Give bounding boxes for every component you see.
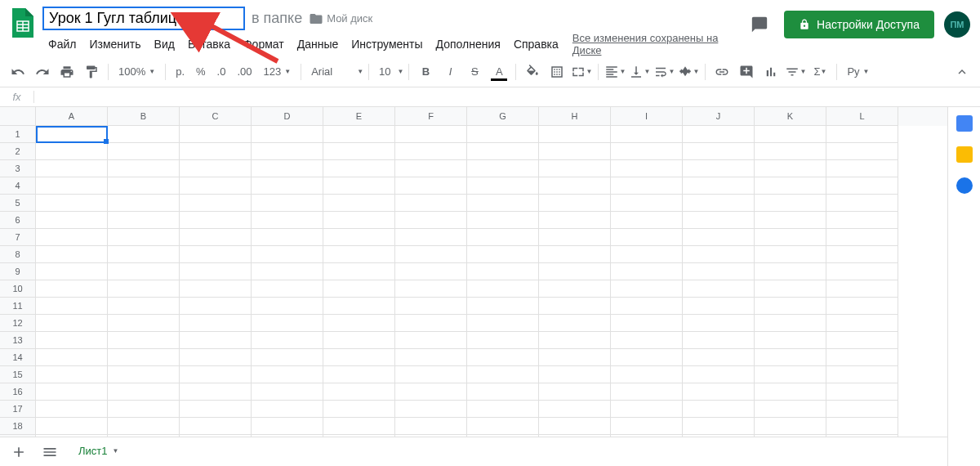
cell[interactable]: [539, 383, 611, 401]
cell[interactable]: [323, 298, 395, 315]
cell[interactable]: [252, 212, 323, 229]
cell[interactable]: [252, 263, 323, 280]
all-sheets-button[interactable]: [38, 440, 62, 464]
column-header[interactable]: K: [755, 107, 826, 126]
cell[interactable]: [611, 418, 683, 435]
column-header[interactable]: E: [323, 107, 395, 126]
cell[interactable]: [683, 332, 755, 349]
valign-button[interactable]: ▼: [628, 61, 651, 83]
italic-button[interactable]: I: [439, 61, 461, 83]
cell[interactable]: [323, 332, 395, 349]
cell[interactable]: [467, 212, 539, 229]
row-header[interactable]: 16: [0, 383, 36, 401]
cell[interactable]: [826, 383, 898, 401]
column-header[interactable]: B: [108, 107, 180, 126]
row-header[interactable]: 6: [0, 212, 36, 229]
cell[interactable]: [755, 246, 826, 263]
cell[interactable]: [252, 401, 323, 418]
cell[interactable]: [36, 195, 108, 212]
halign-button[interactable]: ▼: [604, 61, 626, 83]
cell[interactable]: [180, 229, 252, 246]
cell[interactable]: [755, 315, 826, 332]
merge-button[interactable]: ▼: [570, 61, 593, 83]
cell[interactable]: [755, 177, 826, 195]
cell[interactable]: [395, 229, 467, 246]
cell[interactable]: [826, 126, 898, 143]
share-button[interactable]: Настройки Доступа: [784, 11, 934, 38]
cell[interactable]: [395, 143, 467, 160]
cell[interactable]: [611, 246, 683, 263]
cell[interactable]: [539, 349, 611, 366]
cell[interactable]: [252, 418, 323, 435]
cell[interactable]: [108, 160, 180, 177]
cell[interactable]: [683, 401, 755, 418]
cell[interactable]: [467, 280, 539, 298]
cell[interactable]: [611, 401, 683, 418]
cell[interactable]: [755, 160, 826, 177]
row-header[interactable]: 5: [0, 195, 36, 212]
cell[interactable]: [539, 246, 611, 263]
cell[interactable]: [611, 177, 683, 195]
cell[interactable]: [180, 418, 252, 435]
row-header[interactable]: 4: [0, 177, 36, 195]
cell[interactable]: [826, 246, 898, 263]
cell[interactable]: [252, 280, 323, 298]
cell[interactable]: [108, 280, 180, 298]
menu-edit[interactable]: Изменить: [83, 34, 146, 54]
cell[interactable]: [323, 401, 395, 418]
cell[interactable]: [36, 229, 108, 246]
cell[interactable]: [755, 280, 826, 298]
cell[interactable]: [611, 349, 683, 366]
cell[interactable]: [36, 383, 108, 401]
cell[interactable]: [36, 126, 108, 143]
cell[interactable]: [611, 263, 683, 280]
cell[interactable]: [180, 246, 252, 263]
cell[interactable]: [683, 315, 755, 332]
cell[interactable]: [180, 383, 252, 401]
cell[interactable]: [755, 366, 826, 383]
cell[interactable]: [467, 366, 539, 383]
spreadsheet-grid[interactable]: ABCDEFGHIJKL 123456789101112131415161718…: [0, 107, 947, 466]
cell[interactable]: [108, 366, 180, 383]
cell[interactable]: [36, 366, 108, 383]
cell[interactable]: [539, 401, 611, 418]
cell[interactable]: [683, 229, 755, 246]
menu-addons[interactable]: Дополнения: [430, 34, 506, 54]
cell[interactable]: [180, 298, 252, 315]
cell[interactable]: [252, 160, 323, 177]
cell[interactable]: [683, 195, 755, 212]
cell[interactable]: [611, 366, 683, 383]
cell[interactable]: [826, 280, 898, 298]
row-header[interactable]: 9: [0, 263, 36, 280]
cell[interactable]: [180, 126, 252, 143]
cell[interactable]: [323, 366, 395, 383]
cell[interactable]: [252, 143, 323, 160]
cell[interactable]: [611, 383, 683, 401]
cell[interactable]: [826, 229, 898, 246]
menu-insert[interactable]: Вставка: [182, 34, 236, 54]
cell[interactable]: [539, 160, 611, 177]
cell[interactable]: [611, 160, 683, 177]
row-header[interactable]: 2: [0, 143, 36, 160]
functions-button[interactable]: Σ▼: [808, 61, 831, 83]
cell[interactable]: [539, 195, 611, 212]
cell[interactable]: [36, 401, 108, 418]
column-header[interactable]: I: [611, 107, 683, 126]
cell[interactable]: [826, 212, 898, 229]
row-header[interactable]: 11: [0, 298, 36, 315]
cell[interactable]: [323, 212, 395, 229]
cell[interactable]: [539, 177, 611, 195]
format-123-button[interactable]: 123▼: [259, 65, 296, 78]
row-header[interactable]: 18: [0, 418, 36, 435]
cell[interactable]: [180, 160, 252, 177]
cell[interactable]: [395, 263, 467, 280]
cell[interactable]: [180, 177, 252, 195]
cell[interactable]: [826, 195, 898, 212]
cell[interactable]: [395, 160, 467, 177]
column-header[interactable]: F: [395, 107, 467, 126]
cell[interactable]: [611, 332, 683, 349]
select-all-corner[interactable]: [0, 107, 36, 126]
cell[interactable]: [252, 366, 323, 383]
cell[interactable]: [467, 332, 539, 349]
folder-location[interactable]: Мой диск: [309, 11, 372, 26]
